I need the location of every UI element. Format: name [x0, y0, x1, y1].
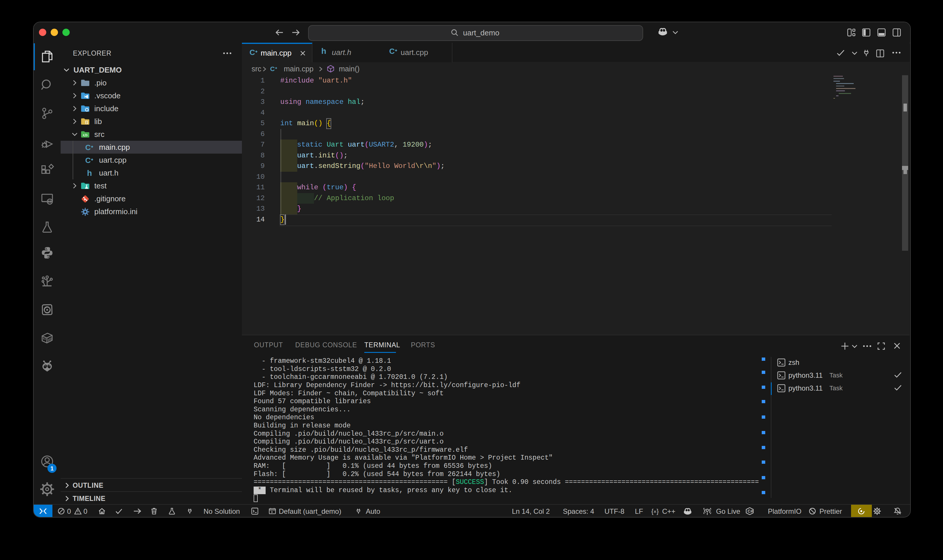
svg-text:h: h [321, 47, 326, 55]
svg-text:C: C [85, 157, 91, 164]
svg-text:C: C [389, 48, 395, 55]
svg-text:C: C [85, 144, 91, 151]
svg-text:C#: C# [748, 509, 753, 514]
svg-text:C: C [250, 49, 255, 56]
svg-text:h: h [87, 169, 92, 177]
svg-text:C: C [270, 65, 275, 72]
